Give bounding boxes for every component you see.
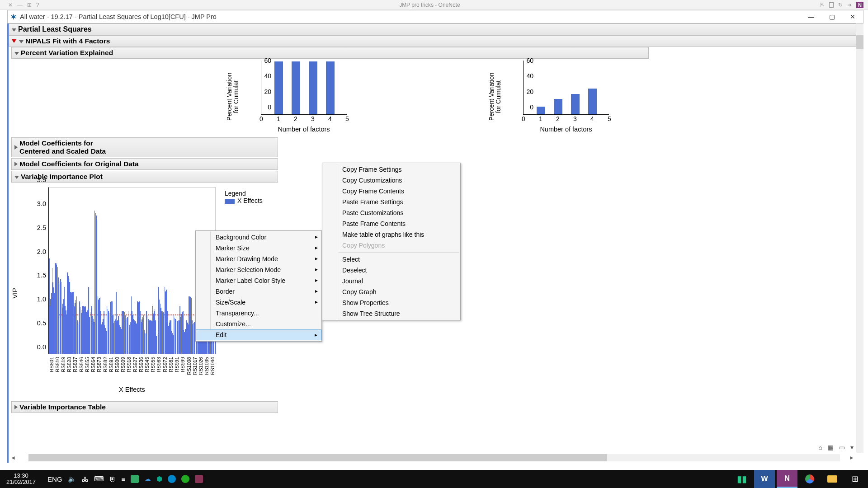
start-button[interactable]: ⊞ xyxy=(844,470,865,488)
minimize-button[interactable]: — xyxy=(801,10,821,23)
taskbar-clock[interactable]: 13:30 21/02/2017 xyxy=(0,473,42,486)
section-model-coefficients-centered[interactable]: Model Coefficients forCentered and Scale… xyxy=(11,137,278,157)
chevron-right-icon xyxy=(14,145,18,150)
battery-icon[interactable]: ⌨ xyxy=(94,475,104,483)
y-axis-label: VIP xyxy=(11,288,19,298)
jmp-window-titlebar: ✶ All water - 19.2.17 - Partial Least Sq… xyxy=(7,10,863,23)
menu-item[interactable]: Marker Label Color Style xyxy=(196,275,321,286)
onedrive-icon[interactable]: ☁ xyxy=(144,475,151,483)
chevron-right-icon xyxy=(14,162,18,166)
volume-icon[interactable]: 🔈 xyxy=(68,475,76,483)
menu-item[interactable]: Border xyxy=(196,286,321,297)
jmp-window-title: All water - 19.2.17 - Partial Least Squa… xyxy=(20,13,801,20)
tray-app-icon[interactable] xyxy=(131,475,139,483)
menu-item[interactable]: Copy Frame Settings xyxy=(322,164,460,175)
menu-item[interactable]: Customize... xyxy=(196,319,321,329)
menu-item[interactable]: Size/Scale xyxy=(196,297,321,308)
tray-app-icon[interactable] xyxy=(195,475,203,483)
menu-item[interactable]: Edit xyxy=(196,329,321,340)
chevron-down-icon xyxy=(14,52,19,55)
menu-item[interactable]: Make table of graphs like this xyxy=(322,229,460,240)
menu-item: Copy Polygons xyxy=(322,240,460,251)
taskbar-app-chrome[interactable] xyxy=(799,470,820,488)
section-percent-variation[interactable]: Percent Variation Explained xyxy=(11,47,649,59)
shield-icon[interactable]: ⛨ xyxy=(109,475,116,483)
y-axis-label: Percent Variationfor Cumulat xyxy=(488,73,502,121)
section-variable-importance-plot[interactable]: Variable Importance Plot xyxy=(11,171,278,183)
dropbox-icon[interactable]: ⬢ xyxy=(156,475,162,483)
legend-swatch xyxy=(225,199,235,204)
scroll-right-icon[interactable]: ► xyxy=(847,455,856,461)
onenote-icon[interactable]: N xyxy=(856,2,863,8)
menu-item[interactable]: Select xyxy=(322,254,460,265)
rect-icon[interactable]: ▭ xyxy=(837,443,847,452)
pin-icon[interactable]: ⇱ xyxy=(820,2,825,8)
menu-item[interactable]: Marker Size xyxy=(196,243,321,253)
close-icon[interactable]: ✕ xyxy=(8,2,13,8)
home-icon[interactable]: ⌂ xyxy=(817,443,824,452)
refresh-icon[interactable]: ↻ xyxy=(838,2,843,8)
menu-item[interactable]: Marker Selection Mode xyxy=(196,264,321,275)
x-axis-label: Number of factors xyxy=(261,126,347,133)
maximize-button[interactable]: ▢ xyxy=(821,10,842,23)
forward-icon[interactable]: ➜ xyxy=(847,2,852,8)
x-axis-label: X Effects xyxy=(48,386,216,393)
menu-item[interactable]: Transparency... xyxy=(196,308,321,319)
close-button[interactable]: ✕ xyxy=(842,10,863,23)
menu-item[interactable]: Paste Frame Settings xyxy=(322,197,460,207)
section-variable-importance-table[interactable]: Variable Importance Table xyxy=(11,401,278,413)
section-nipals-fit[interactable]: NIPALS Fit with 4 Factors xyxy=(9,35,856,47)
onenote-titlebar: ✕ — ⊞ ? JMP pro tricks - OneNote ⇱ ↻ ➜ N xyxy=(0,0,868,10)
nav-icons: ⌂ ▦ ▭ ▾ xyxy=(817,443,855,452)
tray-app-icon[interactable] xyxy=(168,475,176,483)
section-partial-least-squares[interactable]: Partial Least Squares xyxy=(9,23,856,35)
grid-icon[interactable]: ▦ xyxy=(826,443,835,452)
chevron-down-icon xyxy=(12,28,16,32)
menu-item[interactable]: Journal xyxy=(322,276,460,286)
help-icon[interactable]: ? xyxy=(36,2,39,8)
taskbar-app-jmp[interactable]: ▮▮ xyxy=(731,470,752,488)
chevron-down-icon xyxy=(14,176,19,179)
pve-chart-left[interactable]: Percent Variationfor Cumulat 0204060 012… xyxy=(261,61,347,133)
tray-app-icon[interactable] xyxy=(181,475,189,483)
chevron-right-icon xyxy=(14,405,18,409)
horizontal-scroll-thumb[interactable] xyxy=(28,454,607,461)
menu-item[interactable]: Background Color xyxy=(196,232,321,243)
menu-item[interactable]: Paste Customizations xyxy=(322,207,460,218)
vertical-scrollbar[interactable] xyxy=(856,23,863,453)
menu-item[interactable]: Copy Graph xyxy=(322,286,460,297)
section-model-coefficients-original[interactable]: Model Coefficients for Original Data xyxy=(11,158,278,170)
jmp-icon: ✶ xyxy=(10,13,16,21)
menu-item[interactable]: Paste Frame Contents xyxy=(322,218,460,229)
dash-icon[interactable]: — xyxy=(17,2,23,8)
x-axis-label: Number of factors xyxy=(523,126,609,133)
y-axis-label: Percent Variationfor Cumulat xyxy=(226,73,240,121)
menu-item[interactable]: Deselect xyxy=(322,265,460,276)
horizontal-scrollbar[interactable]: ◄ ► xyxy=(9,453,856,463)
taskbar[interactable]: 13:30 21/02/2017 ENG 🔈 🖧 ⌨ ⛨ ≡ ☁ ⬢ ▮▮ W … xyxy=(0,470,868,488)
taskbar-app-explorer[interactable] xyxy=(822,470,843,488)
system-tray[interactable]: ENG 🔈 🖧 ⌨ ⛨ ≡ ☁ ⬢ xyxy=(42,475,208,483)
context-menu-frame[interactable]: Background ColorMarker SizeMarker Drawin… xyxy=(195,230,322,342)
pve-chart-right[interactable]: Percent Variationfor Cumulat 0204060 012… xyxy=(523,61,609,133)
menu-item[interactable]: Copy Frame Contents xyxy=(322,186,460,197)
scroll-left-icon[interactable]: ◄ xyxy=(9,455,18,461)
language-indicator[interactable]: ENG xyxy=(47,475,62,483)
plus-icon[interactable]: ⊞ xyxy=(27,2,32,8)
legend: Legend X Effects xyxy=(225,190,263,204)
network-icon[interactable]: 🖧 xyxy=(82,475,89,483)
menu-item[interactable]: Show Tree Structure xyxy=(322,308,460,319)
onenote-title: JMP pro tricks - OneNote xyxy=(39,2,820,8)
rect-icon[interactable] xyxy=(829,2,834,8)
menu-item[interactable]: Marker Drawing Mode xyxy=(196,253,321,264)
context-submenu-edit[interactable]: Copy Frame SettingsCopy CustomizationsCo… xyxy=(322,163,461,320)
vertical-scroll-thumb[interactable] xyxy=(856,35,863,49)
taskbar-app-word[interactable]: W xyxy=(754,470,775,488)
chevron-down-icon xyxy=(19,40,24,43)
dropdown-icon[interactable]: ▾ xyxy=(849,443,855,452)
taskbar-app-onenote[interactable]: N xyxy=(777,470,797,488)
menu-item[interactable]: Copy Customizations xyxy=(322,175,460,186)
red-triangle-icon[interactable] xyxy=(12,39,16,43)
menu-item[interactable]: Show Properties xyxy=(322,297,460,308)
notifications-icon[interactable]: ≡ xyxy=(122,475,126,483)
